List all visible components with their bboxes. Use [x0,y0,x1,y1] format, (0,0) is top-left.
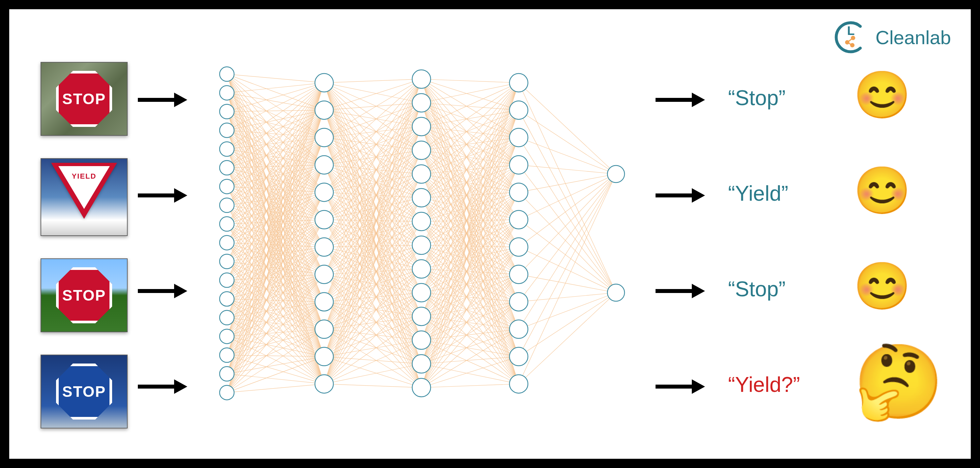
svg-point-583 [220,86,234,100]
svg-point-591 [220,235,234,250]
svg-point-620 [412,260,431,278]
svg-line-571 [519,247,616,293]
svg-line-6 [227,74,324,83]
svg-line-181 [227,274,324,336]
svg-line-579 [519,293,616,357]
svg-line-562 [519,137,616,174]
svg-line-242 [324,110,422,222]
brand-name: Cleanlab [875,26,951,48]
svg-line-565 [519,165,616,293]
smile-emoji-icon: 😊 [853,72,911,118]
sign-text: STOP [62,382,106,400]
yield-sign-icon: YIELD [51,163,117,222]
svg-line-437 [422,150,519,384]
stop-sign-icon: STOP [56,71,112,127]
svg-point-634 [509,293,528,311]
svg-line-236 [324,79,422,110]
svg-point-603 [315,155,333,174]
input-image-2: YIELD [41,158,127,236]
svg-line-28 [227,93,324,357]
svg-point-602 [315,128,333,147]
svg-point-597 [220,348,234,362]
svg-line-576 [519,174,616,329]
svg-point-607 [315,265,333,284]
svg-line-510 [422,83,519,316]
svg-point-639 [608,284,625,301]
svg-line-563 [519,137,616,293]
svg-point-615 [412,141,431,160]
svg-point-599 [220,385,234,400]
svg-line-566 [519,174,616,192]
arrow-right-icon [655,377,705,397]
svg-line-559 [519,83,616,293]
svg-line-31 [227,110,324,111]
svg-point-621 [412,284,431,302]
svg-line-391 [422,79,519,110]
svg-point-585 [220,123,234,137]
svg-line-331 [324,274,422,340]
svg-line-390 [422,79,519,83]
svg-point-584 [220,105,234,119]
arrow-right-icon [655,90,705,110]
svg-point-627 [509,101,528,119]
svg-line-425 [422,127,519,384]
svg-point-596 [220,329,234,344]
svg-point-625 [412,378,431,397]
prediction-label-2: “Yield” [728,181,840,206]
svg-point-632 [509,238,528,256]
stop-sign-blue-icon: STOP [56,363,112,420]
svg-point-592 [220,254,234,269]
svg-point-586 [220,142,234,156]
smile-emoji-icon: 😊 [853,167,911,214]
svg-point-590 [220,217,234,232]
input-image-4: STOP [41,355,127,428]
svg-line-441 [422,165,519,174]
svg-line-484 [422,245,519,357]
svg-line-418 [422,127,519,192]
svg-line-445 [422,174,519,274]
svg-point-622 [412,307,431,325]
svg-line-573 [519,274,616,293]
sign-text: STOP [62,90,106,108]
smile-emoji-icon: 😊 [853,263,911,309]
svg-point-598 [220,366,234,381]
svg-line-232 [324,83,422,316]
svg-point-588 [220,179,234,194]
svg-line-152 [227,137,324,299]
svg-point-606 [315,238,333,256]
svg-line-389 [324,384,422,387]
svg-point-630 [509,183,528,201]
svg-line-197 [227,355,324,384]
svg-line-379 [324,150,422,384]
svg-line-502 [422,192,519,293]
svg-point-638 [608,165,625,182]
svg-point-595 [220,311,234,325]
brand-logo-icon: L [831,19,867,56]
svg-point-604 [315,183,333,201]
svg-line-199 [227,110,324,374]
svg-line-378 [324,127,422,384]
svg-line-222 [324,79,422,83]
svg-point-600 [315,73,333,92]
svg-line-580 [519,174,616,384]
svg-point-594 [220,292,234,306]
arrow-right-icon [138,377,187,397]
svg-point-628 [509,128,528,147]
svg-line-560 [519,110,616,174]
svg-line-375 [324,357,422,387]
arrow-right-icon [138,90,187,110]
svg-point-608 [315,293,333,311]
neural-network-diagram [207,49,636,418]
svg-line-4 [847,38,853,42]
svg-line-557 [422,384,519,387]
svg-line-569 [519,219,616,293]
svg-point-609 [315,320,333,338]
svg-line-463 [422,110,519,222]
svg-line-343 [324,293,422,302]
sign-text: YIELD [51,172,117,181]
diagram-frame: L Cleanlab STOP YIELD STOP STOP [0,0,980,468]
svg-line-374 [324,357,422,364]
svg-line-572 [519,174,616,274]
svg-point-636 [509,347,528,366]
svg-point-587 [220,160,234,175]
